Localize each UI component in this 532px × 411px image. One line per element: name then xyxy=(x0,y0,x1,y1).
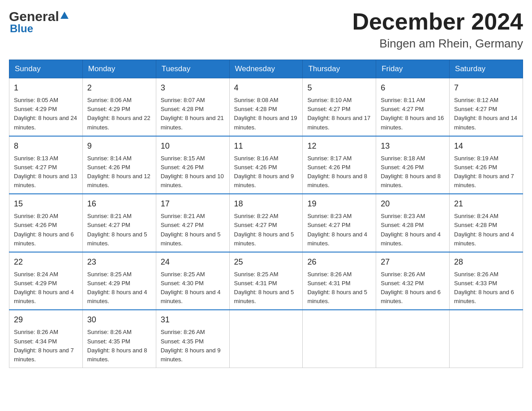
calendar-day-cell xyxy=(229,310,303,368)
day-number: 17 xyxy=(161,198,225,210)
svg-marker-0 xyxy=(60,12,69,19)
calendar-header-thursday: Thursday xyxy=(303,60,376,78)
day-number: 23 xyxy=(87,256,151,268)
sunrise-text: Sunrise: 8:23 AM xyxy=(381,213,425,219)
sunset-text: Sunset: 4:27 PM xyxy=(307,106,350,112)
sunrise-text: Sunrise: 8:26 AM xyxy=(307,271,352,278)
sunrise-text: Sunrise: 8:21 AM xyxy=(87,213,132,219)
sunset-text: Sunset: 4:27 PM xyxy=(161,222,204,228)
sunrise-text: Sunrise: 8:13 AM xyxy=(14,155,58,162)
daylight-text: Daylight: 8 hours and 7 minutes. xyxy=(14,347,74,363)
sunset-text: Sunset: 4:27 PM xyxy=(454,106,497,112)
day-info: Sunrise: 8:21 AM Sunset: 4:27 PM Dayligh… xyxy=(161,212,225,248)
calendar-day-cell: 24 Sunrise: 8:25 AM Sunset: 4:30 PM Dayl… xyxy=(156,252,229,310)
calendar-header-saturday: Saturday xyxy=(450,60,523,78)
calendar-day-cell: 18 Sunrise: 8:22 AM Sunset: 4:27 PM Dayl… xyxy=(229,194,303,252)
daylight-text: Daylight: 8 hours and 5 minutes. xyxy=(161,231,221,247)
day-info: Sunrise: 8:24 AM Sunset: 4:28 PM Dayligh… xyxy=(454,212,518,248)
sunset-text: Sunset: 4:26 PM xyxy=(87,164,130,171)
sunrise-text: Sunrise: 8:12 AM xyxy=(454,97,498,103)
sunset-text: Sunset: 4:26 PM xyxy=(14,222,57,228)
day-info: Sunrise: 8:13 AM Sunset: 4:27 PM Dayligh… xyxy=(14,154,78,190)
sunset-text: Sunset: 4:28 PM xyxy=(381,222,424,228)
day-number: 20 xyxy=(381,198,445,210)
calendar-day-cell: 27 Sunrise: 8:26 AM Sunset: 4:32 PM Dayl… xyxy=(376,252,450,310)
day-number: 31 xyxy=(161,314,225,326)
day-number: 30 xyxy=(87,314,151,326)
sunset-text: Sunset: 4:30 PM xyxy=(161,280,204,287)
title-section: December 2024 Bingen am Rhein, Germany xyxy=(352,9,523,51)
sunrise-text: Sunrise: 8:16 AM xyxy=(234,155,279,162)
sunrise-text: Sunrise: 8:25 AM xyxy=(87,271,132,278)
day-number: 15 xyxy=(14,198,78,210)
sunrise-text: Sunrise: 8:26 AM xyxy=(381,271,425,278)
sunset-text: Sunset: 4:28 PM xyxy=(454,222,497,228)
day-number: 28 xyxy=(454,256,518,268)
day-info: Sunrise: 8:23 AM Sunset: 4:27 PM Dayligh… xyxy=(307,212,371,248)
sunrise-text: Sunrise: 8:26 AM xyxy=(87,329,132,335)
day-info: Sunrise: 8:26 AM Sunset: 4:31 PM Dayligh… xyxy=(307,270,371,306)
calendar-week-row: 1 Sunrise: 8:05 AM Sunset: 4:29 PM Dayli… xyxy=(9,78,523,136)
daylight-text: Daylight: 8 hours and 8 minutes. xyxy=(87,347,147,363)
day-info: Sunrise: 8:14 AM Sunset: 4:26 PM Dayligh… xyxy=(87,154,151,190)
daylight-text: Daylight: 8 hours and 4 minutes. xyxy=(14,289,74,304)
sunset-text: Sunset: 4:29 PM xyxy=(14,106,57,112)
day-number: 18 xyxy=(234,198,298,210)
calendar-day-cell xyxy=(450,310,523,368)
calendar-day-cell: 17 Sunrise: 8:21 AM Sunset: 4:27 PM Dayl… xyxy=(156,194,229,252)
daylight-text: Daylight: 8 hours and 8 minutes. xyxy=(307,173,367,188)
daylight-text: Daylight: 8 hours and 21 minutes. xyxy=(161,115,224,130)
sunset-text: Sunset: 4:27 PM xyxy=(307,222,350,228)
day-info: Sunrise: 8:19 AM Sunset: 4:26 PM Dayligh… xyxy=(454,154,518,190)
sunset-text: Sunset: 4:29 PM xyxy=(87,106,130,112)
day-info: Sunrise: 8:26 AM Sunset: 4:34 PM Dayligh… xyxy=(14,328,78,364)
calendar-day-cell: 6 Sunrise: 8:11 AM Sunset: 4:27 PM Dayli… xyxy=(376,78,450,136)
calendar-day-cell: 19 Sunrise: 8:23 AM Sunset: 4:27 PM Dayl… xyxy=(303,194,376,252)
calendar-day-cell: 22 Sunrise: 8:24 AM Sunset: 4:29 PM Dayl… xyxy=(9,252,83,310)
daylight-text: Daylight: 8 hours and 10 minutes. xyxy=(161,173,224,188)
day-number: 14 xyxy=(454,140,518,152)
day-number: 1 xyxy=(14,82,78,94)
day-number: 24 xyxy=(161,256,225,268)
sunrise-text: Sunrise: 8:26 AM xyxy=(14,329,58,335)
day-number: 10 xyxy=(161,140,225,152)
sunrise-text: Sunrise: 8:06 AM xyxy=(87,97,132,103)
sunrise-text: Sunrise: 8:18 AM xyxy=(381,155,425,162)
logo-blue-text: Blue xyxy=(10,22,33,35)
daylight-text: Daylight: 8 hours and 5 minutes. xyxy=(234,289,294,304)
day-info: Sunrise: 8:26 AM Sunset: 4:35 PM Dayligh… xyxy=(87,328,151,364)
sunrise-text: Sunrise: 8:26 AM xyxy=(161,329,205,335)
sunset-text: Sunset: 4:31 PM xyxy=(234,280,277,287)
sunrise-text: Sunrise: 8:21 AM xyxy=(161,213,205,219)
calendar-header-sunday: Sunday xyxy=(9,60,83,78)
calendar-day-cell: 8 Sunrise: 8:13 AM Sunset: 4:27 PM Dayli… xyxy=(9,136,83,194)
sunrise-text: Sunrise: 8:26 AM xyxy=(454,271,498,278)
sunset-text: Sunset: 4:29 PM xyxy=(87,280,130,287)
calendar-day-cell: 1 Sunrise: 8:05 AM Sunset: 4:29 PM Dayli… xyxy=(9,78,83,136)
day-info: Sunrise: 8:16 AM Sunset: 4:26 PM Dayligh… xyxy=(234,154,298,190)
day-info: Sunrise: 8:17 AM Sunset: 4:26 PM Dayligh… xyxy=(307,154,371,190)
calendar-table: SundayMondayTuesdayWednesdayThursdayFrid… xyxy=(9,60,523,368)
calendar-day-cell: 26 Sunrise: 8:26 AM Sunset: 4:31 PM Dayl… xyxy=(303,252,376,310)
page-header: General Blue December 2024 Bingen am Rhe… xyxy=(9,9,523,51)
calendar-header-tuesday: Tuesday xyxy=(156,60,229,78)
sunrise-text: Sunrise: 8:23 AM xyxy=(307,213,352,219)
calendar-week-row: 22 Sunrise: 8:24 AM Sunset: 4:29 PM Dayl… xyxy=(9,252,523,310)
logo-triangle-icon xyxy=(60,11,69,21)
sunset-text: Sunset: 4:29 PM xyxy=(14,280,57,287)
calendar-day-cell: 13 Sunrise: 8:18 AM Sunset: 4:26 PM Dayl… xyxy=(376,136,450,194)
calendar-day-cell: 10 Sunrise: 8:15 AM Sunset: 4:26 PM Dayl… xyxy=(156,136,229,194)
calendar-week-row: 29 Sunrise: 8:26 AM Sunset: 4:34 PM Dayl… xyxy=(9,310,523,368)
sunrise-text: Sunrise: 8:14 AM xyxy=(87,155,132,162)
day-number: 6 xyxy=(381,82,445,94)
sunset-text: Sunset: 4:26 PM xyxy=(234,164,277,171)
day-info: Sunrise: 8:18 AM Sunset: 4:26 PM Dayligh… xyxy=(381,154,445,190)
sunrise-text: Sunrise: 8:05 AM xyxy=(14,97,58,103)
calendar-day-cell: 3 Sunrise: 8:07 AM Sunset: 4:28 PM Dayli… xyxy=(156,78,229,136)
day-info: Sunrise: 8:10 AM Sunset: 4:27 PM Dayligh… xyxy=(307,96,371,132)
day-number: 26 xyxy=(307,256,371,268)
calendar-header-row: SundayMondayTuesdayWednesdayThursdayFrid… xyxy=(9,60,523,78)
day-info: Sunrise: 8:25 AM Sunset: 4:29 PM Dayligh… xyxy=(87,270,151,306)
sunset-text: Sunset: 4:35 PM xyxy=(161,338,204,345)
sunrise-text: Sunrise: 8:17 AM xyxy=(307,155,352,162)
